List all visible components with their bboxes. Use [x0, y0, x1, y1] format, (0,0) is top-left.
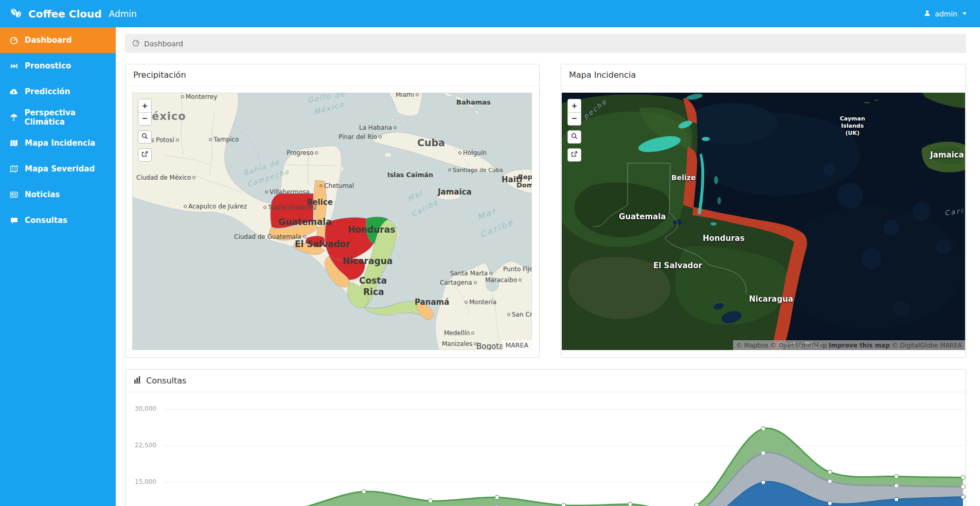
map-search-button[interactable]: [567, 130, 581, 144]
precipitation-basemap: [132, 93, 532, 350]
map-search-button[interactable]: [138, 130, 152, 144]
breadcrumb: Dashboard: [125, 34, 966, 53]
cloud-upload-icon: [9, 87, 19, 96]
user-menu[interactable]: admin: [923, 9, 980, 19]
external-link-icon: [571, 150, 578, 160]
map-label-holguin: Holguín: [458, 149, 487, 156]
map-label-bahamas: Bahamas: [456, 98, 491, 106]
dashboard-gauge-icon: [132, 39, 140, 48]
map-outline-icon: [9, 164, 19, 173]
fast-forward-icon: [9, 62, 19, 71]
search-icon: [571, 132, 578, 142]
map-label-nicaragua: Nicaragua: [749, 294, 793, 304]
improve-map-link[interactable]: Improve this map: [829, 342, 890, 349]
breadcrumb-item[interactable]: Dashboard: [144, 40, 183, 48]
map-label-rep: Rep: [518, 173, 532, 181]
map-label-cayman: CaymanIslands(UK): [834, 115, 870, 136]
map-label-medellin: Medellín: [444, 329, 474, 337]
map-label-el-salvador: El Salvador: [295, 239, 350, 249]
sidebar-item-label: Predicción: [25, 87, 70, 96]
map-fullscreen-button[interactable]: [567, 148, 581, 162]
sidebar-item-perspectiva-climatica[interactable]: Perspectiva Climática: [0, 104, 116, 130]
external-link-icon: [141, 150, 149, 160]
zoom-out-button[interactable]: −: [568, 112, 581, 125]
map-label-islas-caiman: Islas Caimán: [387, 171, 433, 179]
comment-icon: [9, 216, 19, 225]
map-label-la-habana: La Habana: [359, 124, 397, 131]
sidebar-item-consultas[interactable]: Consultas: [0, 207, 116, 233]
sidebar-item-label: Perspectiva Climática: [24, 108, 116, 127]
map-label-cayman-line3: (UK): [845, 130, 860, 136]
map-label-nicaragua: Nicaragua: [343, 256, 393, 266]
map-label-maracaibo: Maracaibo: [485, 276, 522, 284]
coffee-beans-logo-icon: [8, 7, 24, 21]
user-name: admin: [935, 10, 957, 18]
sidebar-nav: Dashboard Pronostico Predicción Perspect…: [0, 27, 116, 506]
map-label-bogota: Bogota: [476, 342, 504, 350]
precipitation-map[interactable]: Golfo de México Bahía de Campeche Mar Ca…: [132, 93, 532, 350]
map-label-jamaica: Jamaica: [930, 150, 964, 160]
map-label-costa: Costa: [359, 275, 387, 286]
top-navbar: Coffee Cloud Admin admin: [0, 0, 980, 27]
y-axis-tick: 22,500: [126, 442, 156, 449]
map-label-punto-fijo: Punto Fijo: [503, 266, 532, 273]
map-label-cartagena: Cartagena: [440, 279, 477, 286]
incidencia-panel: Mapa Incidencia: [561, 64, 966, 358]
map-label-manizales: Manizales: [442, 340, 477, 347]
sidebar-item-label: Dashboard: [25, 36, 72, 45]
consultas-chart-area: 30,000 22,500 15,000: [126, 397, 966, 506]
incidence-map[interactable]: peche Belize Guatemala Honduras El Salva…: [562, 93, 965, 350]
search-icon: [141, 132, 149, 142]
user-icon: [923, 9, 931, 19]
map-label-cuba: Cuba: [417, 137, 445, 148]
map-label-potosi: s Potosí: [151, 136, 179, 144]
y-axis-tick: 15,000: [126, 478, 156, 485]
map-label-san-cris: San Cris: [507, 311, 532, 318]
umbrella-icon: [9, 113, 19, 122]
attribution-copyright: © Mapbox © OpenStreetMap: [736, 342, 827, 349]
incidencia-panel-title: Mapa Incidencia: [569, 70, 636, 80]
map2-attribution: © Mapbox © OpenStreetMap Improve this ma…: [733, 340, 965, 350]
map-label-cdmx: Ciudad de México: [136, 174, 195, 181]
consultas-area-chart: [126, 397, 966, 506]
zoom-in-button[interactable]: +: [568, 99, 581, 112]
zoom-out-button[interactable]: −: [138, 112, 151, 125]
map-label-tampico: Tampico: [209, 136, 239, 143]
dashboard-icon: [9, 36, 19, 45]
map-label-guatemala: Guatemala: [619, 212, 666, 221]
sidebar-item-pronostico[interactable]: Pronostico: [0, 53, 116, 79]
brand-link[interactable]: Coffee Cloud Admin: [0, 0, 116, 27]
map-label-panama: Panamá: [415, 298, 449, 307]
sidebar-item-label: Mapa Incidencia: [25, 138, 95, 148]
sidebar-item-prediccion[interactable]: Predicción: [0, 79, 116, 104]
sidebar-item-dashboard[interactable]: Dashboard: [0, 27, 116, 53]
map-label-progreso: Progreso: [287, 149, 318, 156]
map-label-tuxtla: Tuxtla Gutiérrez: [263, 204, 317, 211]
map-label-miami: Miami: [396, 93, 419, 98]
map-label-domi: Domi: [516, 181, 532, 189]
newspaper-icon: [9, 190, 19, 199]
sidebar-item-noticias[interactable]: Noticias: [0, 182, 116, 207]
map-label-cayman-line2: Islands: [841, 123, 864, 129]
sidebar-item-label: Consultas: [25, 216, 67, 225]
map-label-honduras: Honduras: [703, 234, 744, 243]
brand-title: Coffee Cloud: [28, 8, 102, 20]
precipitacion-panel-title: Precipitación: [133, 70, 186, 80]
sidebar-item-mapa-incidencia[interactable]: Mapa Incidencia: [0, 130, 116, 156]
sidebar-item-mapa-severidad[interactable]: Mapa Severidad: [0, 156, 116, 182]
map-label-santiago: Santiago de Cuba: [448, 167, 503, 173]
map2-controls: + −: [567, 99, 581, 162]
map-label-pinar: Pinar del Río: [338, 133, 382, 141]
map-label-santa-marta: Santa Marta: [450, 270, 492, 277]
map-label-monteria: Montería: [465, 299, 496, 306]
brand-subtitle: Admin: [109, 9, 137, 19]
map-fullscreen-button[interactable]: [138, 148, 152, 162]
map-label-monterrey: Monterrey: [181, 93, 217, 100]
map-label-chetumal: Chetumal: [319, 182, 354, 189]
map1-controls: + −: [138, 99, 152, 162]
bar-chart-icon: [133, 375, 142, 386]
map-filled-icon: [9, 138, 19, 148]
map-label-honduras: Honduras: [348, 224, 395, 235]
zoom-in-button[interactable]: +: [138, 99, 151, 112]
y-axis-tick: 30,000: [126, 405, 156, 412]
